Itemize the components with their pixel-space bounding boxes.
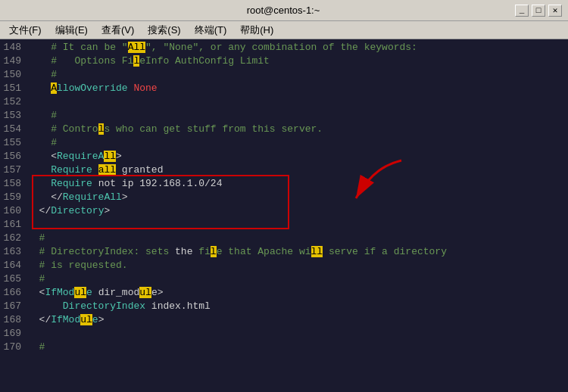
menu-edit[interactable]: 编辑(E) [49,22,94,39]
menu-search[interactable]: 搜索(S) [142,22,186,39]
line-167: 167 DirectoryIndex index.html [0,300,568,313]
line-151: 151 AllowOverride None [0,82,568,95]
line-155: 155 # [0,136,568,150]
line-166: 166 <IfModule dir_module> [0,286,568,300]
window-controls: _ □ ✕ [515,5,562,17]
line-148: 148 # It can be "All", "None", or any co… [0,41,568,54]
title-bar: root@centos-1:~ _ □ ✕ [0,0,568,21]
line-152: 152 [0,95,568,109]
line-168: 168 </IfModule> [0,313,568,327]
maximize-button[interactable]: □ [532,5,545,17]
line-165: 165 # [0,272,568,286]
line-169: 169 [0,327,568,341]
line-154: 154 # Controls who can get stuff from th… [0,123,568,136]
line-163: 163 # DirectoryIndex: sets the file that… [0,245,568,259]
menu-view[interactable]: 查看(V) [95,22,140,39]
line-153: 153 # [0,109,568,123]
close-button[interactable]: ✕ [548,5,562,17]
menu-bar: 文件(F) 编辑(E) 查看(V) 搜索(S) 终端(T) 帮助(H) [0,21,568,39]
menu-file[interactable]: 文件(F) [3,22,48,39]
line-150: 150 # [0,68,568,82]
terminal-area[interactable]: 148 # It can be "All", "None", or any co… [0,39,568,392]
annotation-arrow [280,157,432,240]
window-title: root@centos-1:~ [51,5,515,16]
line-149: 149 # Options FileInfo AuthConfig Limit [0,54,568,68]
menu-terminal[interactable]: 终端(T) [189,22,233,39]
line-170: 170 # [0,341,568,354]
menu-help[interactable]: 帮助(H) [234,22,279,39]
line-164: 164 # is requested. [0,259,568,272]
minimize-button[interactable]: _ [515,5,529,17]
